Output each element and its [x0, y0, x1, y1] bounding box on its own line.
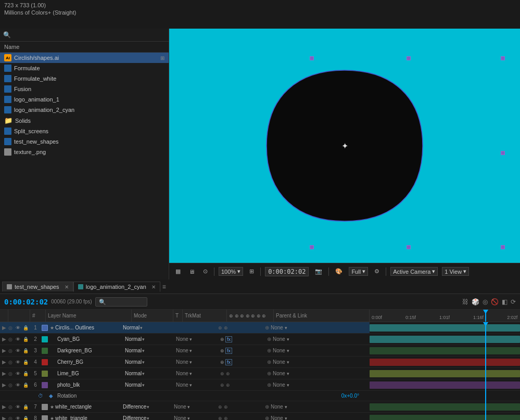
layer-label-color-7[interactable] [42, 404, 48, 410]
layer-lock-5[interactable]: 🔒 [23, 371, 30, 376]
layer-eye-7[interactable]: 👁 [16, 404, 23, 410]
layer-lock-6[interactable]: 🔒 [23, 383, 30, 388]
kf-bar-6[interactable] [370, 381, 520, 389]
options-button[interactable]: ⚙ [372, 267, 382, 276]
layer-mode-3[interactable]: Normal ▾ [125, 348, 167, 353]
layer-parent-3[interactable]: ⊕ None ▾ [267, 348, 370, 353]
layer-trkmat-6[interactable]: None ▾ [176, 382, 220, 388]
layer-search-input[interactable] [95, 297, 147, 307]
timeline-tab-logo_animation_2_cyan[interactable]: logo_animation_2_cyan✕ [73, 282, 160, 292]
layer-solo-3[interactable]: ◎ [8, 348, 16, 353]
layer-lock-4[interactable]: 🔒 [23, 360, 30, 365]
color-picker-button[interactable]: 🎨 [333, 267, 345, 276]
timeline-tab-test_new_shapes[interactable]: test_new_shapes✕ [2, 282, 73, 291]
layer-label-color-6[interactable] [42, 382, 48, 388]
layer-expand-7[interactable]: ▶ [0, 404, 8, 410]
layer-mode-5[interactable]: Normal ▾ [125, 371, 167, 376]
kf-bar-1[interactable] [370, 324, 520, 332]
layer-eye-3[interactable]: 👁 [16, 348, 23, 353]
layer-parent-5[interactable]: ⊕ None ▾ [267, 371, 370, 376]
layer-row-4[interactable]: ▶ ◎ 👁 🔒 4 Cherry_BG Normal ▾ None ▾ ⊕fx … [0, 357, 370, 368]
layer-star-1[interactable]: ★ [50, 325, 54, 330]
snapshot-button[interactable]: 📷 [313, 267, 324, 276]
search-bar[interactable]: 🔍 [0, 29, 169, 42]
layer-lock-8[interactable]: 🔒 [23, 416, 30, 421]
layer-eye-2[interactable]: 👁 [16, 337, 23, 342]
layer-mode-7[interactable]: Difference ▾ [123, 404, 164, 410]
layer-label-color-4[interactable] [42, 359, 48, 365]
kf-bar-2[interactable] [370, 336, 520, 343]
layer-lock-2[interactable]: 🔒 [23, 337, 30, 342]
layer-solo-7[interactable]: ◎ [8, 404, 16, 410]
layer-parent-1[interactable]: ⊕ None ▾ [265, 325, 370, 330]
parent-link-icon[interactable]: ⛓ [462, 298, 468, 306]
kf-bar-3[interactable] [370, 347, 520, 354]
layer-trkmat-5[interactable]: None ▾ [176, 371, 220, 376]
timeline-menu-button[interactable]: ≡ [162, 283, 166, 290]
item-options-icon[interactable]: ⊞ [160, 55, 164, 61]
handle-bc[interactable] [407, 245, 411, 249]
layer-row-7[interactable]: ▶ ◎ 👁 🔒 7 ★ white_rectangle Difference ▾… [0, 401, 370, 413]
layer-expand-2[interactable]: ▶ [0, 336, 8, 342]
shy-icon[interactable]: 🚫 [491, 298, 499, 306]
zoom-dropdown[interactable]: 100% ▾ [219, 267, 243, 276]
rotation-value[interactable]: 0x+0.0° [341, 393, 359, 399]
layer-trkmat-8[interactable]: None ▾ [174, 415, 218, 420]
layer-mode-6[interactable]: Normal ▾ [125, 382, 167, 388]
tab-close[interactable]: ✕ [151, 284, 156, 290]
frame-blending-icon[interactable]: ⟳ [511, 298, 516, 306]
layer-lock-1[interactable]: 🔒 [23, 325, 30, 330]
layer-trkmat-4[interactable]: None ▾ [176, 359, 220, 365]
sidebar-item-fusion[interactable]: Fusion [0, 84, 169, 94]
view-dropdown[interactable]: 1 View ▾ [442, 267, 469, 276]
mask-button[interactable]: ⊙ [201, 267, 210, 276]
search-input[interactable] [13, 31, 166, 39]
layer-solo-1[interactable]: ◎ [8, 325, 16, 330]
layer-mode-8[interactable]: Difference ▾ [123, 415, 164, 420]
kf-bar-5[interactable] [370, 370, 520, 377]
layer-eye-1[interactable]: 👁 [16, 325, 23, 330]
layer-trkmat-3[interactable]: None ▾ [176, 348, 220, 353]
layer-label-color-5[interactable] [42, 371, 48, 377]
camera-dropdown[interactable]: Active Camera ▾ [390, 267, 438, 276]
layer-row-6[interactable]: ▶ ◎ 👁 🔒 6 photo_blk Normal ▾ None ▾ ⊕ ⊕ … [0, 379, 370, 391]
solo-icon[interactable]: ◎ [483, 298, 488, 306]
layer-eye-6[interactable]: 👁 [16, 383, 23, 388]
layer-row-5[interactable]: ▶ ◎ 👁 🔒 5 Lime_BG Normal ▾ None ▾ ⊕ ⊕ ⊕ … [0, 368, 370, 379]
layer-star-7[interactable]: ★ [50, 404, 54, 410]
sidebar-item-logo_animation_2_cyan[interactable]: logo_animation_2_cyan [0, 105, 169, 115]
layer-parent-6[interactable]: ⊕ None ▾ [267, 382, 370, 388]
layer-row-1[interactable]: ▶ ◎ 👁 🔒 1 ★ Circlis... Outlines Normal ▾… [0, 322, 370, 334]
fit-button[interactable]: ⊞ [247, 267, 256, 276]
layer-solo-2[interactable]: ◎ [8, 337, 16, 342]
kf-bar-4[interactable] [370, 359, 520, 366]
layer-solo-5[interactable]: ◎ [8, 371, 16, 376]
layer-row-8[interactable]: ▶ ◎ 👁 🔒 8 ★ white_triangle Difference ▾ … [0, 413, 370, 420]
layer-solo-6[interactable]: ◎ [8, 383, 16, 388]
handle-br[interactable] [501, 245, 505, 249]
sidebar-item-split_screens[interactable]: Split_screens [0, 126, 169, 136]
layer-mode-4[interactable]: Normal ▾ [125, 359, 167, 365]
handle-mr[interactable] [501, 151, 505, 155]
layer-label-color-2[interactable] [42, 336, 48, 342]
layer-parent-8[interactable]: ⊕ None ▾ [265, 415, 370, 420]
sidebar-item-formulate[interactable]: Formulate [0, 63, 169, 73]
layer-trkmat-2[interactable]: None ▾ [176, 336, 220, 342]
layer-mode-1[interactable]: Normal ▾ [123, 325, 164, 330]
layer-expand-6[interactable]: ▶ [0, 382, 8, 388]
layer-expand-3[interactable]: ▶ [0, 348, 8, 353]
sidebar-item-test_new_shapes[interactable]: test_new_shapes [0, 136, 169, 147]
layer-parent-7[interactable]: ⊕ None ▾ [265, 404, 370, 410]
handle-bl[interactable] [310, 245, 314, 249]
layer-expand-5[interactable]: ▶ [0, 371, 8, 376]
layer-expand-8[interactable]: ▶ [0, 415, 8, 420]
playhead[interactable] [485, 310, 486, 322]
layer-mode-2[interactable]: Normal ▾ [125, 336, 167, 342]
kf-bar-7[interactable] [370, 403, 520, 411]
layer-label-color-3[interactable] [42, 348, 48, 354]
layer-label-color-8[interactable] [42, 415, 48, 421]
layer-label-color-1[interactable] [42, 325, 48, 331]
tab-close[interactable]: ✕ [65, 284, 69, 290]
layer-lock-3[interactable]: 🔒 [23, 348, 30, 353]
quality-dropdown[interactable]: Full ▾ [349, 267, 368, 276]
